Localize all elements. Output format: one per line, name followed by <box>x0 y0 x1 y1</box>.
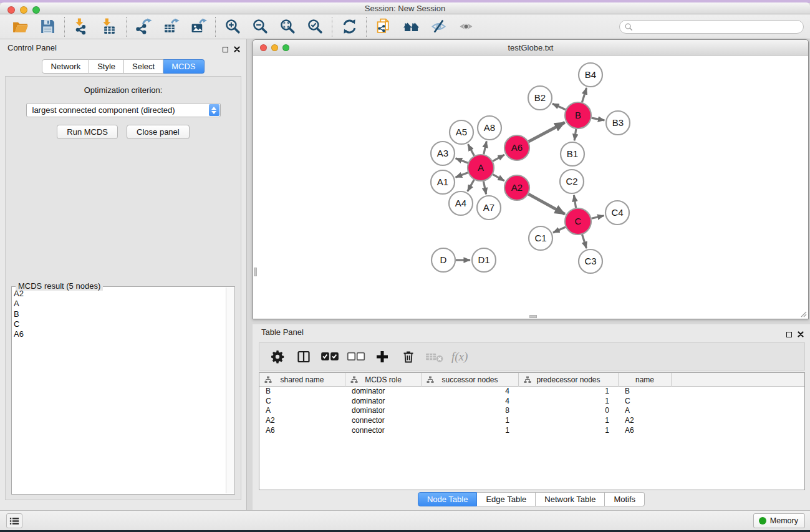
table-row[interactable]: Bdominator41B <box>259 387 804 397</box>
edge-A2-C[interactable] <box>528 194 565 214</box>
close-panel-icon[interactable] <box>234 44 240 55</box>
deselect-all-button[interactable] <box>344 346 368 368</box>
delete-column-button[interactable] <box>397 346 420 368</box>
tab-mcds[interactable]: MCDS <box>163 59 204 74</box>
run-mcds-button[interactable]: Run MCDS <box>57 125 118 139</box>
table-row[interactable]: A2connector11A2 <box>259 416 804 426</box>
mcds-result-item[interactable]: C <box>14 319 224 329</box>
toggle-show-button[interactable] <box>452 16 480 37</box>
tab-network[interactable]: Network <box>42 59 89 74</box>
node-B3[interactable]: B3 <box>606 111 630 135</box>
mcds-result-list[interactable]: A2ABCA6 <box>14 289 224 492</box>
delete-table-button[interactable] <box>423 346 446 368</box>
toggle-hide-button[interactable] <box>425 16 452 37</box>
edge-B-B4[interactable] <box>582 88 586 102</box>
edge-A-A7[interactable] <box>483 181 486 195</box>
node-C1[interactable]: C1 <box>529 226 552 250</box>
close-panel-button[interactable]: Close panel <box>127 125 190 139</box>
node-A2[interactable]: A2 <box>504 175 529 200</box>
node-A7[interactable]: A7 <box>477 196 501 220</box>
optimization-select[interactable]: largest connected component (directed) <box>26 103 221 117</box>
tab-edge-table[interactable]: Edge Table <box>477 492 536 506</box>
node-A4[interactable]: A4 <box>449 191 473 215</box>
node-C3[interactable]: C3 <box>579 249 602 273</box>
resize-grip-icon[interactable] <box>799 310 807 317</box>
tab-motifs[interactable]: Motifs <box>605 492 645 506</box>
search-box[interactable] <box>619 20 804 34</box>
node-A[interactable]: A <box>468 155 494 181</box>
canvas-vertical-scroll-thumb[interactable] <box>254 268 257 276</box>
node-B1[interactable]: B1 <box>561 142 584 166</box>
split-columns-button[interactable] <box>292 346 316 368</box>
column-header-MCDS-role[interactable]: MCDS role <box>345 373 422 387</box>
tab-style[interactable]: Style <box>89 59 124 74</box>
table-row[interactable]: Cdominator41C <box>259 397 804 407</box>
zoom-selected-button[interactable] <box>301 16 329 37</box>
node-A1[interactable]: A1 <box>431 170 455 194</box>
tab-node-table[interactable]: Node Table <box>418 492 478 506</box>
zoom-out-button[interactable] <box>246 16 274 37</box>
search-input[interactable] <box>633 21 803 32</box>
add-column-button[interactable] <box>370 346 394 368</box>
export-network-button[interactable] <box>130 16 157 37</box>
edge-A6-B[interactable] <box>529 122 565 142</box>
mcds-result-item[interactable]: A2 <box>14 289 224 299</box>
float-table-panel-icon[interactable] <box>786 332 792 337</box>
edge-A-A6[interactable] <box>493 155 504 161</box>
column-header-successor-nodes[interactable]: successor nodes <box>422 373 519 387</box>
select-all-button[interactable] <box>318 346 342 368</box>
network-canvas[interactable]: B4B2BB3B1A5A8A6A3AA1A2C2A4A7C4CC1C3DD1 <box>253 56 808 319</box>
tab-select[interactable]: Select <box>124 59 163 74</box>
open-session-button[interactable] <box>6 16 34 37</box>
zoom-fit-button[interactable] <box>274 16 301 37</box>
column-header-predecessor-nodes[interactable]: predecessor nodes <box>519 373 619 387</box>
edge-A-A4[interactable] <box>468 180 474 191</box>
table-row[interactable]: Adominator80A <box>259 406 804 416</box>
node-A5[interactable]: A5 <box>450 120 473 144</box>
edge-A-A1[interactable] <box>456 173 468 177</box>
refresh-layout-button[interactable] <box>335 16 363 37</box>
column-header-name[interactable]: name <box>619 373 672 387</box>
save-session-button[interactable] <box>34 16 61 37</box>
export-image-button[interactable] <box>185 16 212 37</box>
float-panel-icon[interactable] <box>223 47 228 52</box>
settings-button[interactable] <box>266 346 289 368</box>
memory-button[interactable]: Memory <box>753 513 805 528</box>
mcds-result-item[interactable]: A <box>14 299 224 309</box>
edge-A-A5[interactable] <box>468 144 475 155</box>
node-A6[interactable]: A6 <box>504 135 529 160</box>
node-A3[interactable]: A3 <box>431 142 455 165</box>
clone-network-button[interactable] <box>370 16 397 37</box>
close-table-panel-icon[interactable] <box>798 329 804 340</box>
canvas-horizontal-scroll-thumb[interactable] <box>529 315 537 318</box>
edge-A-A2[interactable] <box>493 175 504 181</box>
function-builder-button[interactable]: f(x) <box>449 350 468 364</box>
task-history-button[interactable] <box>6 513 22 528</box>
node-C2[interactable]: C2 <box>560 170 584 193</box>
node-D1[interactable]: D1 <box>472 248 496 272</box>
column-header-shared-name[interactable]: shared name <box>259 373 345 387</box>
node-B2[interactable]: B2 <box>528 86 552 110</box>
edge-A-A8[interactable] <box>484 141 487 154</box>
node-B[interactable]: B <box>565 102 591 128</box>
tab-network-table[interactable]: Network Table <box>536 492 605 506</box>
edge-C-C2[interactable] <box>574 195 576 208</box>
node-A8[interactable]: A8 <box>478 116 501 140</box>
table-row[interactable]: A6connector11A6 <box>259 426 804 436</box>
network-graph[interactable]: B4B2BB3B1A5A8A6A3AA1A2C2A4A7C4CC1C3DD1 <box>253 56 808 319</box>
edge-B-B2[interactable] <box>552 104 566 110</box>
export-table-button[interactable] <box>157 16 185 37</box>
node-C4[interactable]: C4 <box>605 201 629 225</box>
mcds-result-item[interactable]: A6 <box>14 329 224 339</box>
edge-A-A3[interactable] <box>456 158 468 163</box>
home-button[interactable] <box>397 16 425 37</box>
result-scrollbar[interactable] <box>226 288 234 493</box>
import-network-button[interactable] <box>68 16 95 37</box>
edge-C-C4[interactable] <box>591 216 604 218</box>
zoom-in-button[interactable] <box>219 16 246 37</box>
edge-C-C3[interactable] <box>582 235 587 248</box>
node-D[interactable]: D <box>432 248 455 272</box>
edge-C-C1[interactable] <box>553 227 566 233</box>
node-B4[interactable]: B4 <box>579 63 602 87</box>
import-table-button[interactable] <box>95 16 123 37</box>
